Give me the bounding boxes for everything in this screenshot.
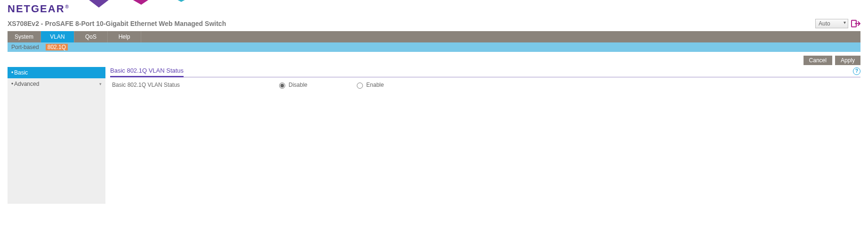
header-brand-row: NETGEAR® [0, 0, 868, 16]
language-select[interactable]: Auto [815, 19, 848, 28]
sidebar-item-label: Advanced [14, 81, 39, 87]
content-panel: Basic 802.1Q VLAN Status ? Basic 802.1Q … [110, 67, 860, 92]
vlan-status-row: Basic 802.1Q VLAN Status Disable Enable [110, 77, 860, 92]
panel-title: Basic 802.1Q VLAN Status [110, 67, 184, 75]
radio-label-enable: Enable [366, 82, 384, 88]
radio-label-disable: Disable [289, 82, 307, 88]
radio-input-disable[interactable] [279, 83, 285, 89]
nav-tab-help[interactable]: Help [108, 31, 141, 42]
radio-option-enable[interactable]: Enable [354, 81, 384, 89]
subnav-8021q[interactable]: 802.1Q [46, 44, 68, 50]
product-row: XS708Ev2 - ProSAFE 8-Port 10-Gigabit Eth… [0, 16, 868, 31]
product-title: XS708Ev2 - ProSAFE 8-Port 10-Gigabit Eth… [8, 20, 226, 27]
panel-title-row: Basic 802.1Q VLAN Status ? [110, 67, 860, 77]
apply-button[interactable]: Apply [835, 56, 860, 65]
primary-nav: System VLAN QoS Help [8, 31, 860, 42]
sidebar-item-label: Basic [14, 69, 28, 76]
subnav-port-based[interactable]: Port-based [11, 44, 39, 50]
sidebar-item-advanced[interactable]: • Advanced ▾ [8, 78, 105, 90]
cancel-button[interactable]: Cancel [804, 56, 832, 65]
nav-tab-vlan[interactable]: VLAN [41, 31, 74, 42]
secondary-nav: Port-based 802.1Q [8, 42, 860, 52]
vlan-status-radio-group: Disable Enable [277, 81, 384, 89]
vlan-status-label: Basic 802.1Q VLAN Status [112, 82, 277, 88]
sidebar-item-basic[interactable]: • Basic [8, 67, 105, 78]
svg-marker-1 [108, 0, 169, 5]
radio-option-disable[interactable]: Disable [277, 81, 307, 89]
action-row: Cancel Apply [0, 52, 868, 67]
svg-marker-0 [71, 0, 127, 8]
top-right-controls: Auto [815, 19, 860, 28]
nav-tab-system[interactable]: System [8, 31, 41, 42]
brand-text: NETGEAR [8, 3, 65, 15]
sidebar: • Basic • Advanced ▾ [8, 67, 105, 204]
radio-input-enable[interactable] [357, 83, 363, 89]
nav-tab-qos[interactable]: QoS [74, 31, 108, 42]
body-row: • Basic • Advanced ▾ Basic 802.1Q VLAN S… [0, 67, 868, 204]
brand-reg: ® [65, 4, 70, 9]
language-select-wrap: Auto [815, 19, 848, 28]
header-decor [71, 0, 268, 16]
help-icon[interactable]: ? [853, 67, 860, 75]
chevron-down-icon: ▾ [99, 82, 102, 86]
svg-marker-2 [151, 0, 212, 2]
logout-icon[interactable] [851, 19, 860, 28]
